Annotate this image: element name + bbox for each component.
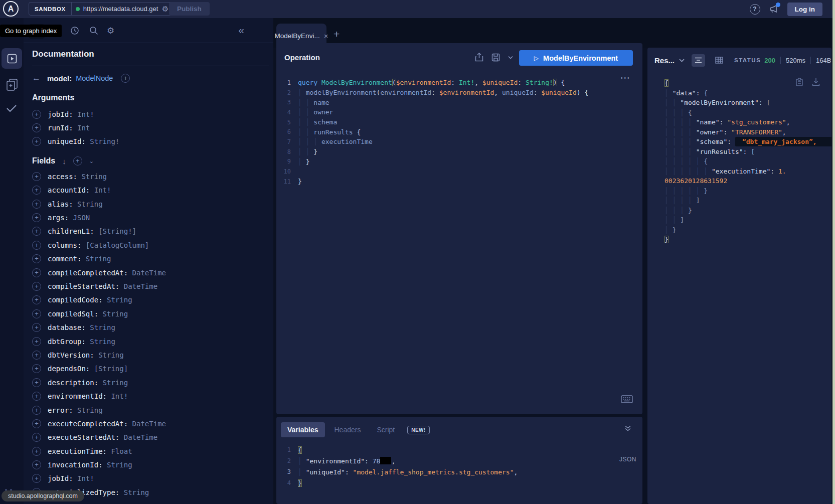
schema-field-row[interactable]: +args: JSON [32,211,269,224]
add-field-to-operation-button[interactable]: + [32,137,41,146]
variables-editor[interactable]: 1{2│ "environmentId": 78,3│ "uniqueId": … [276,444,642,488]
field-type[interactable]: String [77,200,103,208]
schema-field-row[interactable]: +dbtVersion: String [32,348,269,362]
add-field-to-operation-button[interactable]: + [32,433,41,442]
schema-field-row[interactable]: +compiledCode: String [32,293,269,307]
field-type[interactable]: Int [77,124,90,132]
add-field-to-operation-button[interactable]: + [32,268,41,277]
add-field-to-operation-button[interactable]: + [32,378,41,387]
graphql-editor[interactable]: 1query ModelByEnvironment($environmentId… [276,78,642,187]
schema-field-row[interactable]: +jobId: Int! [32,107,269,121]
field-type[interactable]: DateTime [132,420,166,428]
add-field-to-operation-button[interactable]: + [32,110,41,119]
endpoint-url[interactable]: https://metadata.cloud.get [83,5,158,13]
add-field-to-operation-button[interactable]: + [32,186,41,195]
breadcrumb-type-link[interactable]: ModelNode [76,74,113,82]
back-arrow-icon[interactable]: ← [32,73,41,83]
announcements-megaphone-icon[interactable] [769,5,779,14]
add-field-to-operation-button[interactable]: + [32,351,41,360]
apollo-logo-icon[interactable]: A [3,1,19,17]
collapse-panel-icon[interactable]: « [238,24,244,36]
add-field-to-operation-button[interactable]: + [32,295,41,304]
field-type[interactable]: [String] [94,365,128,373]
add-field-to-operation-button[interactable]: + [32,460,41,469]
schema-field-row[interactable]: +dependsOn: [String] [32,362,269,376]
schema-field-row[interactable]: +database: String [32,320,269,334]
sort-icon[interactable]: ↓ [62,157,66,165]
add-field-to-operation-button[interactable]: + [32,364,41,373]
field-type[interactable]: DateTime [124,282,157,290]
field-type[interactable]: [CatalogColumn] [86,241,149,249]
schema-field-row[interactable]: +invocationId: String [32,458,269,471]
chevron-down-icon[interactable]: ⌄ [89,158,94,164]
schema-field-row[interactable]: +childrenL1: [String!] [32,225,269,238]
add-field-to-operation-button[interactable]: + [32,213,41,222]
endpoint-settings-gear-icon[interactable]: ⚙ [162,5,169,13]
table-view-toggle[interactable] [712,54,726,67]
search-icon[interactable] [89,26,99,36]
field-type[interactable]: String [90,338,115,346]
add-field-to-operation-button[interactable]: + [32,254,41,263]
share-icon[interactable] [475,53,483,62]
login-button[interactable]: Log in [787,3,823,16]
checks-icon[interactable] [6,103,18,113]
add-field-to-operation-button[interactable]: + [32,241,41,250]
field-type[interactable]: Int! [94,186,111,194]
schema-field-row[interactable]: +executeCompletedAt: DateTime [32,417,269,430]
close-tab-icon[interactable]: × [324,32,328,40]
field-type[interactable]: Float [111,447,132,455]
add-all-fields-button[interactable]: + [73,156,82,165]
add-field-to-operation-button[interactable]: + [32,200,41,209]
field-type[interactable]: String [77,406,103,414]
schema-field-row[interactable]: +alias: String [32,197,269,211]
add-field-to-operation-button[interactable]: + [32,172,41,181]
response-title[interactable]: Res... [654,56,675,65]
help-icon[interactable]: ? [750,4,760,15]
field-type[interactable]: String [103,310,128,318]
field-type[interactable]: Int! [77,474,94,482]
add-field-to-operation-button[interactable]: + [32,474,41,483]
bottom-tab-headers[interactable]: Headers [328,422,368,437]
field-type[interactable]: Int! [111,392,128,400]
response-json-body[interactable]: {│ "data": {│ │ "modelByEnvironment": [│… [664,78,831,245]
field-type[interactable]: [String!] [98,227,136,235]
save-menu-chevron-icon[interactable] [508,56,513,59]
field-type[interactable]: Int! [77,110,94,118]
response-dropdown-chevron-icon[interactable] [679,59,685,62]
field-type[interactable]: String [81,173,107,181]
bottom-tab-script[interactable]: Script [370,422,401,437]
schema-field-row[interactable]: +uniqueId: String! [32,135,269,148]
new-tab-button[interactable]: + [333,28,340,40]
field-type[interactable]: DateTime [132,269,166,277]
schema-field-row[interactable]: +jobId: Int! [32,472,269,485]
schema-field-row[interactable]: +compileStartedAt: DateTime [32,279,269,293]
save-icon[interactable] [491,53,500,62]
collapse-bottom-panel-icon[interactable] [624,425,631,431]
schema-field-row[interactable]: +access: String [32,170,269,183]
schema-field-row[interactable]: +dbtGroup: String [32,334,269,348]
schema-field-row[interactable]: +comment: String [32,252,269,266]
schema-field-row[interactable]: +compileCompletedAt: DateTime [32,266,269,279]
field-type[interactable]: String [107,461,132,469]
history-icon[interactable] [70,26,80,36]
schema-field-row[interactable]: +accountId: Int! [32,184,269,197]
field-type[interactable]: String [124,488,149,496]
add-field-to-operation-button[interactable]: + [32,406,41,415]
bottom-tab-variables[interactable]: Variables [281,422,325,437]
field-type[interactable]: JSON [73,214,90,222]
tree-view-toggle[interactable] [692,54,705,67]
field-type[interactable]: String [90,323,115,331]
field-type[interactable]: String [98,351,124,359]
schema-field-row[interactable]: +columns: [CatalogColumn] [32,238,269,252]
schema-field-row[interactable]: +runId: Int [32,121,269,134]
field-type[interactable]: String [86,255,111,263]
operations-play-button[interactable] [2,48,22,69]
schema-field-row[interactable]: +executionTime: Float [32,444,269,458]
collections-icon[interactable] [6,78,19,92]
run-operation-button[interactable]: ▷ ModelByEnvironment [519,50,633,66]
settings-gear-icon[interactable]: ⚙ [107,26,114,36]
endpoint-url-box[interactable]: https://metadata.cloud.get ⚙ [72,3,173,15]
field-type[interactable]: String! [90,137,119,145]
field-type[interactable]: DateTime [124,433,157,441]
add-field-to-operation-button[interactable]: + [32,309,41,318]
